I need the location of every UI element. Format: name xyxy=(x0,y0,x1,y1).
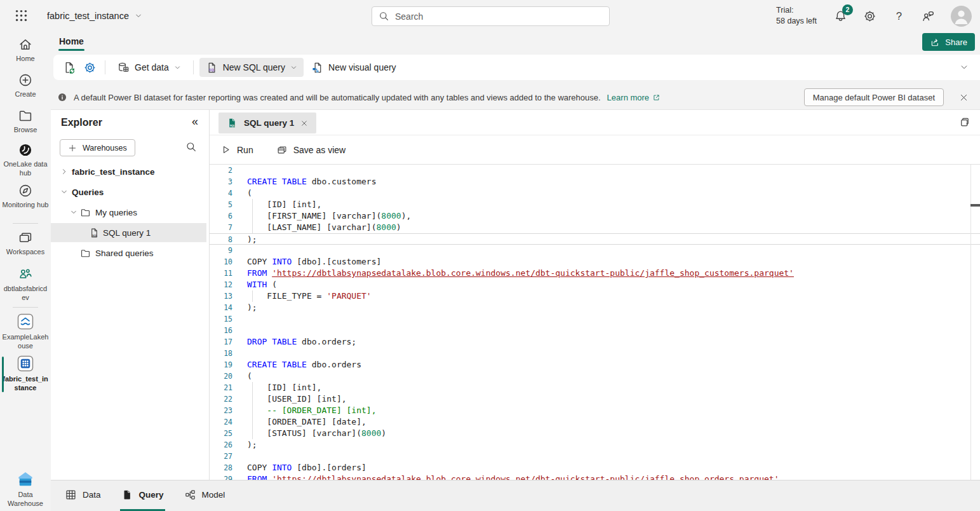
people-icon xyxy=(18,267,33,282)
blue-gear-icon xyxy=(83,61,97,74)
rail-item-examplelakehouse[interactable]: ExampleLakehouse xyxy=(0,313,51,351)
get-data-button[interactable]: Get data xyxy=(111,58,187,77)
collapse-panel-icon[interactable]: « xyxy=(192,115,198,128)
tree-item-my-queries[interactable]: My queries xyxy=(51,203,206,222)
refresh-doc-icon xyxy=(63,61,76,74)
rail-item-data-warehouse[interactable]: Data Warehouse xyxy=(0,470,51,508)
run-button[interactable]: Run xyxy=(220,144,253,155)
line-number: 28 xyxy=(210,462,232,474)
save-as-view-button[interactable]: Save as view xyxy=(276,144,346,156)
rail-item-dbtlabsfabricdev[interactable]: dbtlabsfabricdev xyxy=(0,267,51,303)
line-number: 25 xyxy=(210,428,232,439)
onelake-icon xyxy=(18,142,33,158)
line-number: 12 xyxy=(210,279,232,290)
rail-item-label: Data Warehouse xyxy=(2,491,49,508)
code-line: 16 xyxy=(210,325,980,336)
add-warehouses-button[interactable]: Warehouses xyxy=(60,139,135,156)
rail-item-home[interactable]: Home xyxy=(0,37,51,64)
workspace-name: fabric_test_instance xyxy=(47,11,129,21)
manage-dataset-button[interactable]: Manage default Power BI dataset xyxy=(804,88,944,106)
tree-item-label: SQL query 1 xyxy=(103,223,151,242)
rail-item-label: Workspaces xyxy=(6,248,44,257)
notification-badge: 2 xyxy=(842,4,853,15)
code-line: 3CREATE TABLE dbo.customers xyxy=(210,176,980,187)
banner-close-icon[interactable] xyxy=(959,93,969,102)
query-tab[interactable]: SQL SQL query 1 xyxy=(218,112,316,133)
rail-divider xyxy=(13,223,38,224)
visual-query-icon xyxy=(311,62,323,74)
settings-button[interactable] xyxy=(80,58,99,77)
indent-guide xyxy=(252,405,253,416)
code-line: 7 [LAST_NAME] [varchar](8000) xyxy=(210,222,980,233)
code-line: 17DROP TABLE dbo.orders; xyxy=(210,336,980,348)
tree-item-label: Queries xyxy=(72,182,104,201)
bottom-tab-data[interactable]: Data xyxy=(64,480,102,511)
line-number: 8 xyxy=(210,234,232,244)
toolbar-divider xyxy=(105,60,105,74)
tree-item-label: Shared queries xyxy=(95,243,154,262)
warehouse-icon xyxy=(17,355,34,372)
app-launcher-icon[interactable] xyxy=(14,8,29,23)
bottom-tab-query[interactable]: Query xyxy=(120,480,165,511)
bottom-tab-model[interactable]: Model xyxy=(183,480,227,511)
line-number: 19 xyxy=(210,359,232,371)
rail-item-monitoring-hub[interactable]: Monitoring hub xyxy=(0,183,51,210)
indent-guide xyxy=(252,199,253,210)
rail-item-create[interactable]: Create xyxy=(0,72,51,99)
help-icon[interactable]: ? xyxy=(892,10,906,23)
rail-item-fabric-test-instance[interactable]: fabric_test_instance xyxy=(0,355,51,393)
tree-item-fabric_test_instance[interactable]: fabric_test_instance xyxy=(51,162,206,181)
fabric-app-window: fabric_test_instance Trial: 58 days left… xyxy=(0,0,980,511)
code-line: 26); xyxy=(210,439,980,451)
monitoring-icon xyxy=(18,183,33,198)
avatar[interactable] xyxy=(951,6,972,27)
lakehouse-icon xyxy=(17,313,34,330)
workspace-selector[interactable]: fabric_test_instance xyxy=(47,0,142,32)
rail-item-workspaces[interactable]: Workspaces xyxy=(0,230,51,257)
tree-item-queries[interactable]: Queries xyxy=(51,182,206,201)
rail-item-onelake-data-hub[interactable]: OneLake data hub xyxy=(0,142,51,178)
code-line: 8); xyxy=(210,233,980,245)
bottom-view-switcher: DataQueryModel xyxy=(51,480,980,511)
data-grid-icon xyxy=(65,489,77,501)
editor-scrollbar[interactable] xyxy=(970,165,980,480)
tree-item-shared-queries[interactable]: Shared queries xyxy=(51,243,206,262)
line-number: 6 xyxy=(210,210,232,222)
tab-close-icon[interactable] xyxy=(300,119,308,127)
indent-guide xyxy=(252,428,253,439)
share-button[interactable]: Share xyxy=(922,33,975,51)
refresh-button[interactable] xyxy=(60,58,79,77)
line-number: 5 xyxy=(210,199,232,210)
explorer-search-icon[interactable] xyxy=(185,141,197,153)
banner-message: A default Power BI dataset for faster re… xyxy=(74,93,601,102)
tab-home[interactable]: Home xyxy=(53,34,90,49)
code-line: 14); xyxy=(210,302,980,313)
settings-gear-icon[interactable] xyxy=(863,10,876,23)
tree-item-sql-query-1[interactable]: SQLSQL query 1 xyxy=(51,223,206,242)
home-icon xyxy=(18,37,33,52)
code-line: 10COPY INTO [dbo].[customers] xyxy=(210,256,980,268)
line-number: 26 xyxy=(210,439,232,451)
code-line: 12WITH ( xyxy=(210,279,980,290)
bottom-tab-label: Model xyxy=(202,490,225,500)
new-sql-query-button[interactable]: SQL New SQL query xyxy=(199,58,304,77)
external-link-icon xyxy=(652,93,661,102)
feedback-icon[interactable] xyxy=(922,10,935,23)
new-visual-query-button[interactable]: New visual query xyxy=(305,58,403,77)
sql-code-editor[interactable]: 23CREATE TABLE dbo.customers4(5 [ID] [in… xyxy=(210,165,980,480)
learn-more-link[interactable]: Learn more xyxy=(607,93,661,102)
line-number: 17 xyxy=(210,336,232,348)
code-line: 5 [ID] [int], xyxy=(210,199,980,210)
play-icon xyxy=(220,144,231,155)
notifications-bell-icon[interactable]: 2 xyxy=(834,10,847,23)
plus-icon xyxy=(68,144,77,153)
copy-icon[interactable] xyxy=(958,116,970,128)
rail-item-browse[interactable]: Browse xyxy=(0,108,51,135)
code-line: 21 [ID] [int], xyxy=(210,382,980,393)
workspaces-icon xyxy=(18,230,33,245)
search-input[interactable] xyxy=(395,11,603,22)
chevron-down-icon xyxy=(70,208,77,216)
toolbar-expand-chevron-icon[interactable] xyxy=(960,63,969,72)
search-icon xyxy=(379,11,389,22)
code-line: 18 xyxy=(210,348,980,359)
